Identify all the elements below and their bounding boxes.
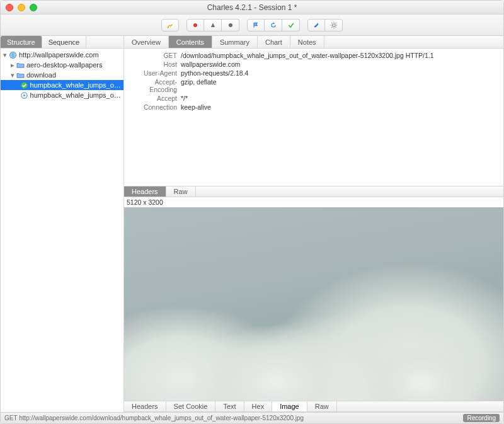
svg-point-4 [332,23,335,26]
settings-button[interactable] [325,19,343,32]
tab-notes[interactable]: Notes [290,36,324,48]
svg-line-9 [331,23,332,23]
clear-button[interactable] [161,19,179,32]
tab-sequence[interactable]: Sequence [42,36,87,48]
header-val: python-requests/2.18.4 [181,69,500,77]
subtab-text[interactable]: Text [215,401,244,411]
subtab-hex[interactable]: Hex [244,401,273,411]
disclosure-icon[interactable]: ▾ [2,51,8,59]
svg-point-16 [23,95,25,96]
body-split: Structure Sequence ▾ http://wallpaperswi… [1,36,503,412]
header-key: User-Agent [128,69,181,77]
tree-host[interactable]: ▾ http://wallpaperswide.com [1,50,123,60]
status-text: GET http://wallpaperswide.com/download/h… [4,415,463,421]
minimize-icon[interactable] [18,4,25,11]
zoom-icon[interactable] [30,4,37,11]
validate-button[interactable] [282,19,300,32]
tree-label: http://wallpaperswide.com [19,51,99,59]
traffic-lights [6,4,37,11]
tab-overview[interactable]: Overview [124,36,169,48]
svg-point-2 [314,26,316,27]
record-button[interactable] [186,19,204,32]
header-key: Accept-Encoding [128,78,181,93]
folder-icon [16,60,25,69]
sidebar-tabs: Structure Sequence [1,36,123,49]
tree-label: aero-desktop-wallpapers [26,61,102,69]
host-tree[interactable]: ▾ http://wallpaperswide.com ▸ aero-deskt… [1,49,123,412]
http-path: /download/humpback_whale_jumps_out_of_wa… [181,52,500,59]
throttle-button[interactable] [204,19,222,32]
image-dimensions: 5120 x 3200 [124,197,503,207]
response-pane: 5120 x 3200 Headers Set Cookie Text Hex … [124,197,503,412]
titlebar[interactable]: Charles 4.2.1 - Session 1 * [1,1,503,14]
disclosure-icon[interactable]: ▸ [9,61,16,69]
header-key: Accept [128,95,181,102]
main-panel: Overview Contents Summary Chart Notes GE… [124,36,503,412]
tree-folder[interactable]: ▾ download [1,70,123,80]
svg-line-11 [331,26,332,27]
window-title: Charles 4.2.1 - Session 1 * [1,3,503,12]
cloud-shape [358,338,484,401]
header-val: wallpaperswide.com [181,60,500,68]
tab-contents[interactable]: Contents [169,36,212,48]
folder-icon [16,71,25,79]
complete-icon [20,81,28,89]
stop-button[interactable] [222,19,239,32]
tree-label: humpback_whale_jumps_out_of_water-wallpa… [30,91,121,99]
globe-icon [8,50,17,59]
close-icon[interactable] [6,4,13,11]
image-preview[interactable] [124,207,503,401]
svg-line-10 [335,26,336,27]
tree-folder[interactable]: ▸ aero-desktop-wallpapers [1,60,123,70]
svg-point-1 [229,23,232,27]
status-bar: GET http://wallpaperswide.com/download/h… [1,412,503,423]
header-val: */* [181,95,500,102]
tab-summary[interactable]: Summary [212,36,258,48]
breakpoints-button[interactable] [247,19,265,32]
cloud-shape [193,325,357,401]
svg-point-0 [193,23,197,27]
toolbar [1,14,503,36]
subtab-headers[interactable]: Headers [124,401,166,411]
tab-chart[interactable]: Chart [258,36,290,48]
refresh-button[interactable] [265,19,282,32]
tree-label: humpback_whale_jumps_out_of_water-wallpa… [30,81,121,89]
recording-badge[interactable]: Recording [463,414,500,422]
header-val: keep-alive [181,103,500,111]
header-key: Connection [128,103,181,111]
disclosure-icon[interactable]: ▾ [9,71,16,79]
subtab-raw[interactable]: Raw [307,401,337,411]
header-key: Host [128,60,181,68]
tree-item-selected[interactable]: humpback_whale_jumps_out_of_water-wallpa… [1,80,123,90]
main-tabs: Overview Contents Summary Chart Notes [124,36,503,49]
tree-item[interactable]: humpback_whale_jumps_out_of_water-wallpa… [1,90,123,100]
svg-line-12 [335,23,336,23]
http-method: GET [128,52,181,59]
sidebar: Structure Sequence ▾ http://wallpaperswi… [1,36,124,412]
tree-label: download [26,71,56,79]
subtab-set-cookie[interactable]: Set Cookie [166,401,216,411]
request-subtabs: Headers Raw [124,186,503,197]
subtab-headers[interactable]: Headers [124,186,166,197]
request-headers-view: GET/download/humpback_whale_jumps_out_of… [124,49,503,117]
svg-point-3 [317,23,318,24]
header-val: gzip, deflate [181,78,500,93]
tools-button[interactable] [307,19,325,32]
subtab-image[interactable]: Image [272,401,307,411]
app-window: Charles 4.2.1 - Session 1 * Structure Se… [0,0,504,424]
tab-structure[interactable]: Structure [1,36,42,48]
subtab-raw[interactable]: Raw [166,186,196,197]
pending-icon [20,91,28,100]
response-subtabs: Headers Set Cookie Text Hex Image Raw [124,401,503,412]
